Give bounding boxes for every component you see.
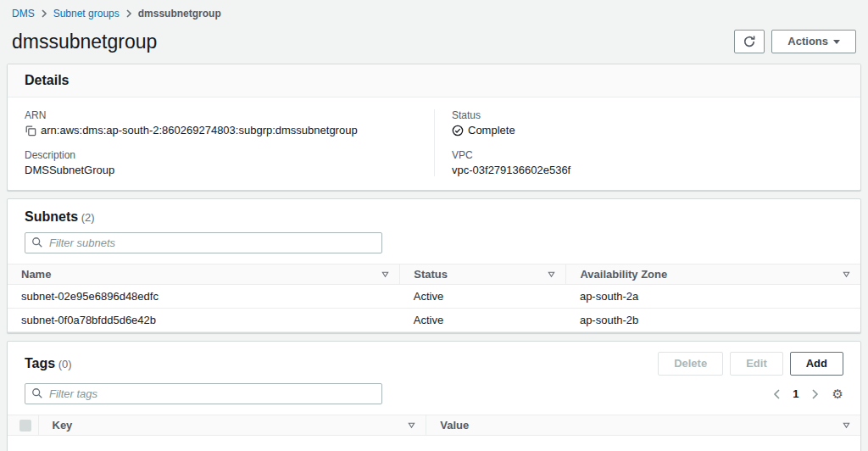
current-page-number[interactable]: 1 bbox=[793, 387, 798, 400]
empty-state-row: No tags are attached to this resource bbox=[8, 436, 860, 451]
status-field: Status Complete bbox=[452, 109, 843, 136]
next-page-button[interactable] bbox=[810, 387, 821, 401]
sort-filter-icon[interactable] bbox=[843, 270, 850, 278]
subnets-col-az-label: Availability Zone bbox=[580, 268, 667, 281]
breadcrumb-current: dmssubnetgroup bbox=[138, 8, 221, 19]
subnets-col-status-label: Status bbox=[414, 268, 448, 281]
subnet-az: ap-south-2a bbox=[566, 285, 860, 309]
delete-button: Delete bbox=[658, 352, 723, 376]
arn-value: arn:aws:dms:ap-south-2:860269274803:subg… bbox=[41, 124, 358, 136]
tags-card: Tags (0) Delete Edit Add bbox=[7, 341, 861, 451]
page: DMS Subnet groups dmssubnetgroup dmssubn… bbox=[0, 0, 868, 451]
status-check-circle-icon bbox=[452, 125, 464, 136]
sort-filter-icon[interactable] bbox=[843, 421, 850, 429]
sort-filter-icon[interactable] bbox=[548, 270, 555, 278]
page-title: dmssubnetgroup bbox=[12, 31, 157, 53]
chevron-right-icon bbox=[41, 9, 47, 18]
search-icon bbox=[31, 237, 43, 248]
settings-gear-icon[interactable]: ⚙ bbox=[831, 387, 843, 400]
subnets-title: Subnets bbox=[25, 209, 78, 224]
status-label: Status bbox=[452, 109, 843, 121]
breadcrumb-link-subnet-groups[interactable]: Subnet groups bbox=[53, 8, 120, 19]
subnet-status: Active bbox=[400, 285, 566, 309]
tags-filter-input[interactable] bbox=[25, 383, 382, 404]
subnets-col-az[interactable]: Availability Zone bbox=[566, 264, 860, 285]
refresh-icon bbox=[743, 35, 756, 48]
chevron-left-icon bbox=[773, 389, 781, 399]
previous-page-button[interactable] bbox=[771, 387, 782, 401]
chevron-right-icon bbox=[125, 9, 132, 18]
actions-button[interactable]: Actions bbox=[771, 30, 856, 53]
chevron-right-icon bbox=[811, 389, 819, 399]
tags-col-value-label: Value bbox=[440, 419, 469, 432]
select-all-checkbox-cell bbox=[8, 415, 38, 436]
subnets-count: (2) bbox=[81, 211, 95, 224]
subnet-status: Active bbox=[400, 309, 566, 332]
subnet-name: subnet-02e95e6896d48edfc bbox=[8, 285, 400, 309]
table-row: subnet-02e95e6896d48edfc Active ap-south… bbox=[8, 285, 860, 309]
sort-filter-icon[interactable] bbox=[381, 270, 389, 278]
subnets-col-name[interactable]: Name bbox=[8, 264, 400, 285]
subnets-card: Subnets (2) Name bbox=[7, 198, 861, 333]
refresh-button[interactable] bbox=[734, 30, 765, 53]
page-header: dmssubnetgroup Actions bbox=[7, 19, 861, 64]
caret-down-icon bbox=[833, 40, 840, 44]
edit-button: Edit bbox=[730, 352, 783, 376]
add-button[interactable]: Add bbox=[790, 352, 843, 376]
tags-col-value[interactable]: Value bbox=[426, 415, 860, 436]
subnets-table: Name Status Availability Zone bbox=[8, 264, 860, 332]
details-column-left: ARN arn:aws:dms:ap-south-2:860269274803:… bbox=[8, 109, 434, 176]
breadcrumb: DMS Subnet groups dmssubnetgroup bbox=[7, 0, 861, 19]
subnet-name: subnet-0f0a78bfdd5d6e42b bbox=[8, 309, 400, 332]
tags-col-key[interactable]: Key bbox=[38, 415, 426, 436]
status-value: Complete bbox=[468, 124, 515, 136]
vpc-label: VPC bbox=[452, 149, 843, 161]
actions-button-label: Actions bbox=[787, 35, 828, 48]
tags-title: Tags bbox=[25, 356, 55, 370]
pagination: 1 ⚙ bbox=[771, 387, 843, 401]
description-value: DMSSubnetGroup bbox=[25, 164, 417, 176]
select-all-checkbox[interactable] bbox=[19, 420, 31, 432]
details-card-title: Details bbox=[8, 64, 860, 97]
subnets-col-name-label: Name bbox=[21, 268, 51, 281]
details-column-right: Status Complete VPC vpc-03f279136602e536… bbox=[434, 109, 860, 176]
tags-table: Key Value No tags are attache bbox=[8, 415, 860, 451]
description-field: Description DMSSubnetGroup bbox=[25, 149, 417, 176]
tags-count: (0) bbox=[58, 358, 72, 370]
arn-label: ARN bbox=[25, 109, 417, 121]
copy-icon[interactable] bbox=[25, 125, 36, 136]
subnets-col-status[interactable]: Status bbox=[400, 264, 566, 285]
subnets-filter-input[interactable] bbox=[25, 232, 382, 253]
description-label: Description bbox=[25, 149, 417, 161]
subnet-az: ap-south-2b bbox=[566, 309, 860, 332]
search-icon bbox=[31, 387, 43, 399]
tags-col-key-label: Key bbox=[53, 419, 73, 432]
vpc-value: vpc-03f279136602e536f bbox=[452, 164, 843, 176]
breadcrumb-link-dms[interactable]: DMS bbox=[12, 8, 35, 19]
vpc-field: VPC vpc-03f279136602e536f bbox=[452, 149, 843, 176]
arn-field: ARN arn:aws:dms:ap-south-2:860269274803:… bbox=[25, 109, 417, 136]
table-row: subnet-0f0a78bfdd5d6e42b Active ap-south… bbox=[8, 309, 860, 332]
details-card: Details ARN arn:aws:dms:ap-south-2:86026… bbox=[7, 64, 861, 191]
sort-filter-icon[interactable] bbox=[408, 421, 415, 429]
